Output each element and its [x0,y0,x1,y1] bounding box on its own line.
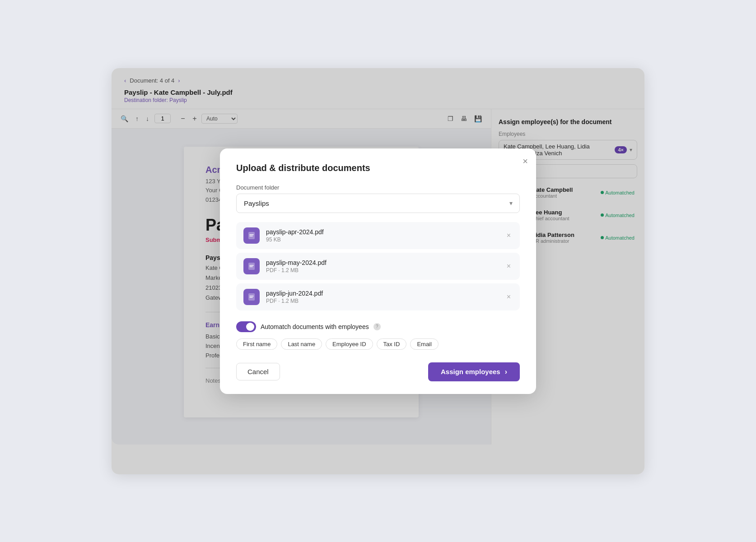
file-size-may: PDF · 1.2 MB [266,267,499,273]
tag-first-name[interactable]: First name [236,338,277,350]
automatch-help-icon[interactable]: ? [373,323,381,330]
file-remove-may-button[interactable]: × [505,260,513,272]
assign-arrow-icon: › [505,368,507,376]
modal-close-button[interactable]: × [523,157,528,166]
automatch-label: Automatch documents with employees [261,323,369,330]
file-size-jun: PDF · 1.2 MB [266,298,499,304]
modal-title: Upload & distribute documents [236,163,520,173]
tag-employee-id[interactable]: Employee ID [326,338,373,350]
file-icon-apr [243,227,260,244]
folder-label: Document folder [236,184,520,191]
upload-distribute-modal: × Upload & distribute documents Document… [220,148,536,394]
modal-footer: Cancel Assign employees › [236,362,520,381]
folder-select[interactable]: Payslips HR Documents Contracts [236,194,520,213]
file-info-may: payslip-may-2024.pdf PDF · 1.2 MB [266,259,499,273]
svg-rect-0 [248,232,255,239]
tag-tax-id[interactable]: Tax ID [377,338,407,350]
file-remove-jun-button[interactable]: × [505,291,513,303]
cancel-button[interactable]: Cancel [236,363,280,380]
automatch-row: Automatch documents with employees ? [236,321,520,332]
file-name-jun: payslip-jun-2024.pdf [266,290,499,297]
file-icon-jun [243,289,260,305]
automatch-toggle[interactable] [236,321,256,332]
assign-employees-button[interactable]: Assign employees › [428,362,520,381]
file-size-apr: 95 KB [266,236,499,243]
assign-employees-label: Assign employees [441,368,500,375]
file-info-apr: payslip-apr-2024.pdf 95 KB [266,228,499,243]
file-remove-apr-button[interactable]: × [505,230,513,241]
file-name-apr: payslip-apr-2024.pdf [266,228,499,236]
modal-overlay: × Upload & distribute documents Document… [112,68,644,474]
automatch-tag-pills: First name Last name Employee ID Tax ID … [236,338,520,350]
file-icon-may [243,258,260,274]
svg-rect-2 [248,293,255,301]
file-item-jun: payslip-jun-2024.pdf PDF · 1.2 MB × [236,283,520,310]
tag-last-name[interactable]: Last name [281,338,322,350]
tag-email[interactable]: Email [410,338,439,350]
file-name-may: payslip-may-2024.pdf [266,259,499,266]
file-list: payslip-apr-2024.pdf 95 KB × payslip-may… [236,222,520,310]
file-item-may: payslip-may-2024.pdf PDF · 1.2 MB × [236,253,520,280]
folder-select-wrapper: Payslips HR Documents Contracts ▾ [236,194,520,213]
file-item-apr: payslip-apr-2024.pdf 95 KB × [236,222,520,249]
file-info-jun: payslip-jun-2024.pdf PDF · 1.2 MB [266,290,499,304]
svg-rect-1 [248,263,255,270]
